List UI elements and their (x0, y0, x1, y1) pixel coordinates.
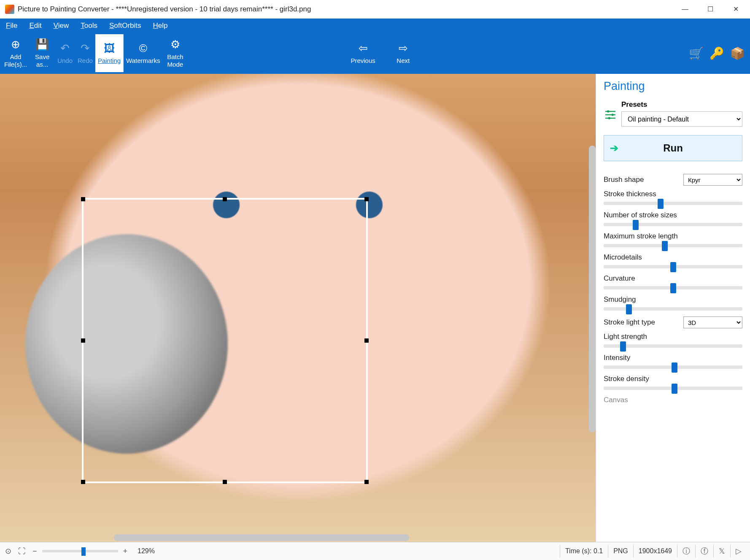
previous-button[interactable]: ⇦ Previous (348, 34, 378, 72)
preset-select[interactable]: Oil painting - Default (621, 111, 742, 127)
slider-thumb[interactable] (620, 341, 626, 352)
ribbon-toolbar: ⊕ Add File(s)... 💾 Save as... ↶ Undo ↷ R… (0, 32, 750, 74)
slider-label: Intensity (604, 354, 742, 362)
next-icon: ⇨ (399, 41, 408, 55)
brush-shape-select[interactable]: Круг (683, 174, 742, 186)
window-title: Picture to Painting Converter - ****Unre… (18, 5, 672, 14)
brush-shape-label: Brush shape (604, 176, 644, 184)
slider-track[interactable] (604, 387, 742, 390)
handle-n[interactable] (223, 197, 227, 201)
handle-se[interactable] (364, 480, 369, 484)
zoom-slider-thumb[interactable] (81, 547, 86, 556)
vertical-scrollbar[interactable] (589, 146, 596, 433)
zoom-in-icon[interactable]: + (121, 547, 129, 556)
undo-button[interactable]: ↶ Undo (55, 34, 75, 72)
redo-button[interactable]: ↷ Redo (75, 34, 95, 72)
maximize-button[interactable]: ☐ (698, 1, 723, 18)
light-slider-1: Intensity (604, 354, 742, 369)
light-slider-2: Stroke density (604, 375, 742, 390)
zoom-slider[interactable] (42, 550, 118, 552)
add-files-button[interactable]: ⊕ Add File(s)... (2, 34, 30, 72)
facebook-icon[interactable]: ⓕ (695, 545, 713, 557)
zoom-100-icon[interactable]: ⊙ (3, 546, 13, 556)
menu-view[interactable]: View (51, 21, 72, 31)
presets-label: Presets (621, 100, 742, 109)
menu-edit[interactable]: Edit (27, 21, 44, 31)
param-slider-5: Smudging (604, 295, 742, 311)
menubar: File Edit View Tools SoftOrbits Help (0, 19, 750, 32)
slider-thumb[interactable] (670, 262, 676, 272)
slider-thumb[interactable] (672, 384, 677, 394)
slider-track[interactable] (604, 344, 742, 348)
menu-softorbits[interactable]: SoftOrbits (107, 21, 144, 31)
slider-thumb[interactable] (658, 199, 664, 209)
info-icon[interactable]: ⓘ (677, 545, 695, 557)
youtube-icon[interactable]: ▷ (730, 545, 747, 557)
box-icon[interactable]: 📦 (730, 46, 745, 60)
stroke-light-select[interactable]: 3D (683, 317, 742, 328)
slider-track[interactable] (604, 265, 742, 268)
slider-label: Number of stroke sizes (604, 211, 742, 219)
slider-track[interactable] (604, 307, 742, 311)
cart-icon[interactable]: 🛒 (689, 46, 704, 60)
painting-button[interactable]: 🖼 Painting (95, 34, 124, 72)
handle-ne[interactable] (364, 197, 369, 201)
save-as-label: Save as... (35, 53, 49, 69)
save-as-button[interactable]: 💾 Save as... (30, 34, 55, 72)
handle-w[interactable] (81, 338, 85, 343)
zoom-out-icon[interactable]: − (31, 547, 39, 556)
canvas-section-label: Canvas (604, 396, 742, 404)
redo-icon: ↷ (81, 41, 90, 55)
slider-thumb[interactable] (670, 283, 676, 293)
menu-help[interactable]: Help (151, 21, 170, 31)
minimize-button[interactable]: ― (672, 1, 698, 18)
horizontal-scrollbar[interactable] (114, 534, 409, 541)
slider-track[interactable] (604, 202, 742, 205)
run-button[interactable]: ➔ Run (604, 135, 742, 161)
watermarks-button[interactable]: © Watermarks (124, 34, 162, 72)
selection-rectangle[interactable] (82, 198, 368, 483)
slider-track[interactable] (604, 286, 742, 289)
canvas-area[interactable] (0, 74, 596, 542)
handle-sw[interactable] (81, 480, 85, 484)
presets-icon (604, 108, 617, 122)
handle-nw[interactable] (81, 197, 85, 201)
slider-track[interactable] (604, 244, 742, 247)
close-button[interactable]: ✕ (723, 1, 748, 18)
slider-track[interactable] (604, 223, 742, 226)
slider-label: Curvature (604, 274, 742, 283)
previous-label: Previous (351, 57, 375, 65)
param-slider-2: Maximum stroke length (604, 232, 742, 247)
slider-track[interactable] (604, 365, 742, 369)
svg-point-2 (608, 117, 610, 119)
handle-s[interactable] (223, 480, 227, 484)
batch-mode-label: Batch Mode (167, 53, 183, 69)
menu-file[interactable]: File (3, 21, 20, 31)
panel-title: Painting (604, 80, 742, 93)
key-icon[interactable]: 🔑 (710, 46, 724, 60)
batch-mode-button[interactable]: ⚙ Batch Mode (162, 34, 188, 72)
status-time: Time (s): 0.1 (560, 545, 608, 557)
zoom-value: 129% (138, 547, 155, 555)
slider-thumb[interactable] (633, 220, 639, 230)
next-button[interactable]: ⇨ Next (391, 34, 416, 72)
slider-thumb[interactable] (626, 304, 632, 314)
save-icon: 💾 (35, 38, 49, 51)
statusbar: ⊙ ⛶ − + 129% Time (s): 0.1 PNG 1900x1649… (0, 542, 750, 560)
svg-point-0 (607, 110, 609, 112)
side-panel: Painting Presets Oil painting - Default … (596, 74, 750, 542)
undo-label: Undo (57, 57, 73, 65)
stroke-light-label: Stroke light type (604, 318, 655, 327)
handle-e[interactable] (364, 338, 369, 343)
slider-thumb[interactable] (662, 241, 668, 251)
batch-icon: ⚙ (170, 38, 180, 51)
fit-screen-icon[interactable]: ⛶ (16, 547, 27, 556)
undo-icon: ↶ (60, 41, 70, 55)
twitter-icon[interactable]: 𝕏 (713, 545, 730, 557)
titlebar: Picture to Painting Converter - ****Unre… (0, 0, 750, 19)
slider-label: Smudging (604, 295, 742, 304)
workspace: Painting Presets Oil painting - Default … (0, 74, 750, 542)
menu-tools[interactable]: Tools (78, 21, 100, 31)
param-slider-0: Stroke thickness (604, 190, 742, 205)
slider-thumb[interactable] (672, 363, 677, 373)
